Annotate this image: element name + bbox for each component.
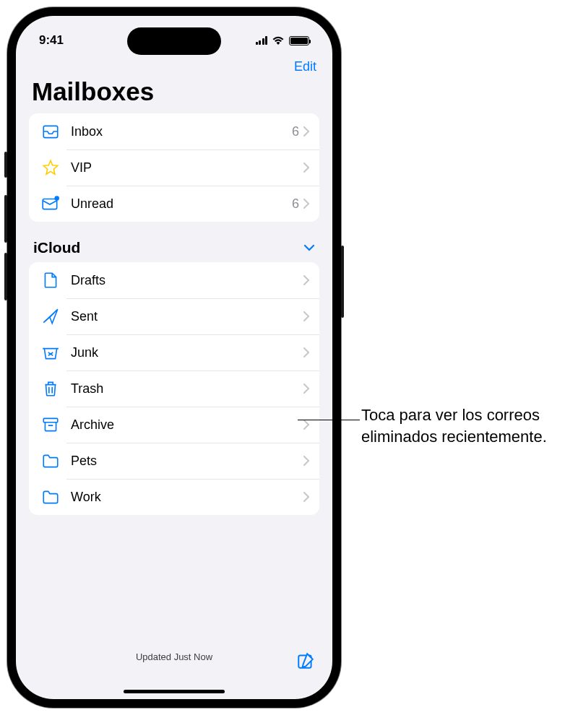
battery-icon: [289, 36, 309, 46]
mailbox-label: Inbox: [71, 124, 292, 139]
folder-icon: [40, 451, 61, 471]
chevron-right-icon: [303, 492, 309, 502]
page-title: Mailboxes: [16, 74, 332, 113]
inbox-icon: [40, 121, 61, 142]
mailbox-unread[interactable]: Unread 6: [29, 186, 319, 222]
svg-rect-2: [43, 418, 58, 422]
sent-icon: [40, 306, 61, 326]
folder-label: Trash: [71, 381, 303, 396]
status-time: 9:41: [39, 33, 64, 48]
folder-archive[interactable]: Archive: [29, 407, 319, 443]
chevron-right-icon: [303, 311, 309, 321]
folder-label: Work: [71, 490, 303, 505]
mailbox-count: 6: [292, 196, 299, 212]
chevron-right-icon: [303, 162, 309, 173]
chevron-right-icon: [303, 199, 309, 209]
chevron-right-icon: [303, 275, 309, 285]
svg-point-1: [54, 196, 59, 201]
trash-icon: [40, 378, 61, 399]
archive-icon: [40, 415, 61, 435]
mailbox-inbox[interactable]: Inbox 6: [29, 113, 319, 150]
folder-trash[interactable]: Trash: [29, 370, 319, 407]
chevron-right-icon: [303, 126, 309, 136]
compose-icon: [296, 651, 315, 670]
mailbox-vip[interactable]: VIP: [29, 150, 319, 186]
chevron-right-icon: [303, 456, 309, 466]
volume-down-button: [4, 253, 7, 300]
chevron-right-icon: [303, 420, 309, 430]
account-header-icloud[interactable]: iCloud: [29, 222, 319, 262]
mailbox-label: VIP: [71, 160, 303, 176]
favorites-group: Inbox 6 VIP Unread 6: [29, 113, 319, 222]
content: Inbox 6 VIP Unread 6: [16, 113, 332, 640]
chevron-down-icon: [303, 244, 315, 251]
callout-line: [298, 420, 360, 420]
compose-button[interactable]: [296, 651, 315, 672]
folder-work[interactable]: Work: [29, 479, 319, 515]
drafts-icon: [40, 270, 61, 290]
mailbox-label: Unread: [71, 196, 292, 212]
sync-status: Updated Just Now: [16, 651, 332, 662]
phone-frame: 9:41 Edit Mailboxes: [7, 7, 341, 708]
folder-icon: [40, 487, 61, 507]
status-indicators: [256, 36, 310, 46]
screen: 9:41 Edit Mailboxes: [16, 16, 332, 699]
folder-label: Archive: [71, 417, 303, 433]
folder-sent[interactable]: Sent: [29, 298, 319, 334]
star-icon: [40, 157, 61, 178]
nav-bar: Edit: [16, 55, 332, 74]
folder-label: Junk: [71, 345, 303, 360]
dynamic-island: [127, 27, 221, 55]
junk-icon: [40, 342, 61, 363]
folder-junk[interactable]: Junk: [29, 334, 319, 370]
folder-label: Pets: [71, 454, 303, 469]
wifi-icon: [272, 36, 285, 46]
callout-text: Toca para ver los correos eliminados rec…: [361, 404, 556, 447]
unread-icon: [40, 194, 61, 214]
folder-pets[interactable]: Pets: [29, 443, 319, 479]
chevron-right-icon: [303, 384, 309, 394]
icloud-folders-group: Drafts Sent Junk: [29, 262, 319, 515]
folder-drafts[interactable]: Drafts: [29, 262, 319, 298]
folder-label: Drafts: [71, 273, 303, 288]
folder-label: Sent: [71, 309, 303, 324]
silence-switch: [4, 152, 7, 178]
mailbox-count: 6: [292, 124, 299, 139]
cellular-signal-icon: [256, 36, 268, 45]
side-button: [341, 246, 344, 318]
edit-button[interactable]: Edit: [294, 59, 316, 74]
section-title: iCloud: [33, 239, 80, 256]
home-indicator: [124, 690, 225, 693]
volume-up-button: [4, 195, 7, 243]
chevron-right-icon: [303, 347, 309, 358]
